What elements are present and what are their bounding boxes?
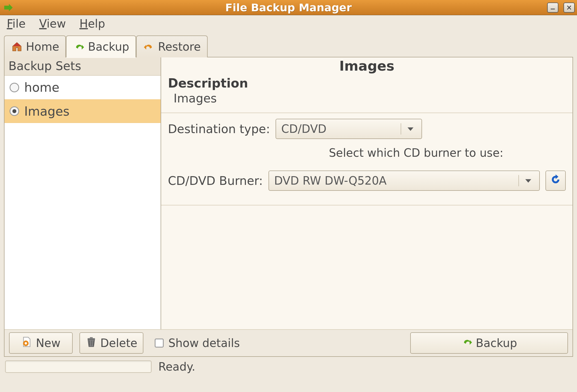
destination-type-combo[interactable]: CD/DVD (276, 119, 422, 139)
refresh-icon (550, 174, 561, 188)
show-details-label: Show details (168, 337, 240, 350)
tab-backup-label: Backup (88, 40, 129, 53)
new-button[interactable]: New (9, 332, 73, 354)
destination-type-row: Destination type: CD/DVD (161, 113, 572, 145)
description-value: Images (168, 91, 566, 105)
burner-hint: Select which CD burner to use: (267, 146, 566, 159)
progress-bar (5, 360, 152, 373)
burner-row: CD/DVD Burner: DVD RW DW-Q520A (161, 161, 572, 196)
tab-home-label: Home (26, 40, 59, 53)
backup-set-home-label: home (24, 80, 59, 95)
menu-view[interactable]: View (39, 17, 66, 30)
burner-label: CD/DVD Burner: (168, 174, 263, 188)
window-title: File Backup Manager (225, 1, 352, 14)
tab-home[interactable]: Home (4, 35, 66, 57)
trash-icon (86, 336, 97, 350)
backup-button-label: Backup (476, 337, 517, 350)
tabs-row: Home Backup Restore (0, 35, 577, 57)
backup-arrow-icon (73, 41, 85, 53)
tab-backup[interactable]: Backup (66, 35, 136, 57)
divider (161, 205, 572, 205)
radio-icon (10, 83, 19, 92)
new-file-icon (21, 336, 32, 350)
panel-title: Images (161, 58, 572, 74)
description-label: Description (168, 76, 566, 90)
destination-type-label: Destination type: (168, 122, 270, 136)
backup-button[interactable]: Backup (410, 332, 568, 354)
status-text: Ready. (158, 360, 195, 373)
backup-arrow-icon (461, 336, 472, 350)
svg-rect-3 (88, 338, 95, 339)
restore-arrow-icon (143, 41, 155, 53)
chevron-down-icon (405, 123, 416, 135)
svg-rect-4 (90, 337, 93, 338)
menu-help[interactable]: Help (79, 17, 105, 30)
backup-set-home[interactable]: home (5, 76, 161, 99)
svg-rect-0 (551, 8, 555, 9)
refresh-burners-button[interactable] (545, 171, 566, 191)
new-button-label: New (36, 337, 60, 350)
app-icon (2, 1, 15, 14)
main-panel: Images Description Images Destination ty… (161, 57, 572, 329)
titlebar: File Backup Manager (0, 0, 577, 15)
sidebar-list: home Images (5, 76, 161, 329)
minimize-button[interactable] (547, 3, 558, 13)
chevron-down-icon (522, 175, 534, 187)
burner-combo[interactable]: DVD RW DW-Q520A (268, 171, 540, 191)
close-button[interactable] (563, 3, 575, 13)
delete-button[interactable]: Delete (79, 332, 143, 354)
tab-restore-label: Restore (158, 40, 201, 53)
menu-file[interactable]: File (7, 17, 26, 30)
burner-value: DVD RW DW-Q520A (274, 174, 515, 187)
backup-set-images-label: Images (24, 104, 70, 118)
radio-checked-icon (10, 106, 19, 116)
delete-button-label: Delete (100, 337, 137, 350)
description-section: Description Images (161, 75, 572, 110)
sidebar-header: Backup Sets (5, 57, 161, 76)
checkbox-icon (155, 339, 164, 348)
destination-type-value: CD/DVD (281, 122, 397, 135)
show-details-checkbox[interactable]: Show details (155, 337, 240, 350)
svg-point-2 (25, 342, 27, 344)
tab-restore[interactable]: Restore (136, 35, 208, 57)
burner-hint-row: Select which CD burner to use: (161, 145, 572, 161)
home-icon (11, 41, 23, 53)
menubar: File View Help (0, 15, 577, 32)
backup-sets-sidebar: Backup Sets home Images (5, 57, 161, 329)
action-row: New Delete Show details Backup (5, 329, 572, 356)
backup-set-images[interactable]: Images (5, 99, 161, 123)
content-frame: Backup Sets home Images Images Descripti… (4, 57, 573, 357)
statusbar: Ready. (0, 357, 577, 377)
